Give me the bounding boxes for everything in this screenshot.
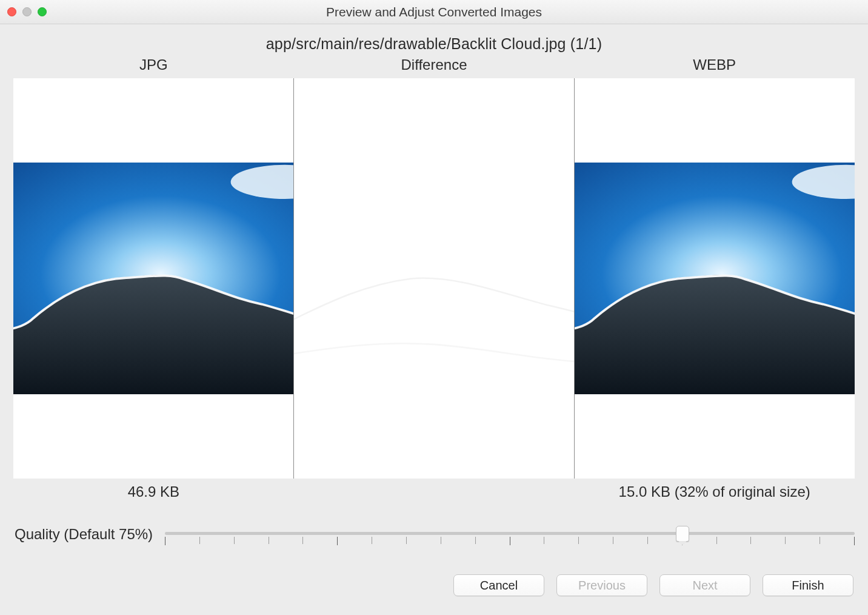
slider-thumb[interactable]	[676, 526, 689, 542]
finish-button[interactable]: Finish	[763, 574, 853, 596]
window-controls	[7, 7, 47, 16]
pane-difference	[294, 78, 574, 479]
size-jpg: 46.9 KB	[13, 483, 294, 500]
dialog-content: app/src/main/res/drawable/Backlit Cloud.…	[0, 24, 868, 605]
difference-image	[294, 163, 574, 395]
titlebar: Preview and Adjust Converted Images	[0, 0, 868, 24]
pane-jpg	[13, 78, 293, 479]
close-icon[interactable]	[7, 7, 16, 16]
image-path: app/src/main/res/drawable/Backlit Cloud.…	[13, 35, 855, 53]
size-diff	[294, 483, 575, 500]
quality-row: Quality (Default 75%)	[13, 522, 855, 546]
minimize-icon[interactable]	[22, 7, 32, 16]
window-title: Preview and Adjust Converted Images	[0, 5, 868, 19]
size-row: 46.9 KB 15.0 KB (32% of original size)	[13, 483, 855, 500]
preview-panes	[13, 78, 855, 479]
size-webp: 15.0 KB (32% of original size)	[574, 483, 855, 500]
zoom-icon[interactable]	[38, 7, 47, 16]
jpg-image	[13, 163, 293, 395]
cancel-button[interactable]: Cancel	[453, 574, 544, 596]
quality-label: Quality (Default 75%)	[15, 526, 153, 543]
previous-button[interactable]: Previous	[556, 574, 647, 596]
label-difference: Difference	[294, 56, 575, 73]
label-jpg: JPG	[13, 56, 294, 73]
next-button[interactable]: Next	[659, 574, 750, 596]
pane-webp	[575, 78, 855, 479]
slider-ticks	[165, 537, 855, 545]
label-webp: WEBP	[574, 56, 855, 73]
quality-slider[interactable]	[165, 522, 855, 546]
button-row: Cancel Previous Next Finish	[13, 574, 855, 596]
column-labels: JPG Difference WEBP	[13, 56, 855, 73]
slider-track	[165, 532, 855, 535]
webp-image	[575, 163, 855, 395]
